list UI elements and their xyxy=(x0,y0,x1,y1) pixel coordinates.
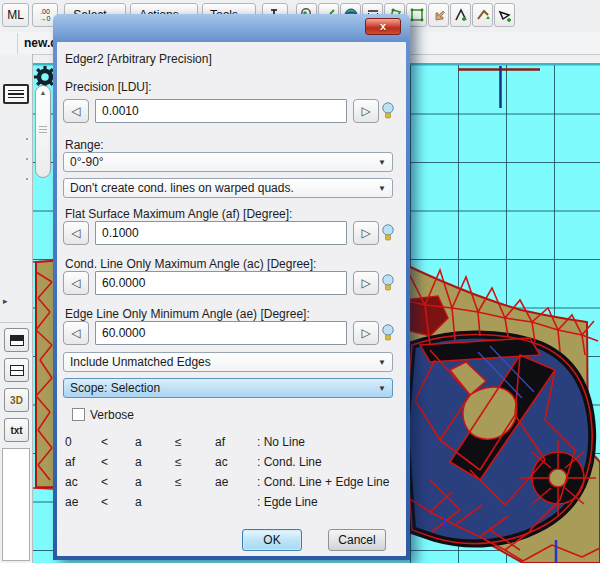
warped-combo-value: Don't create cond. lines on warped quads… xyxy=(70,181,294,195)
tabbar-separator xyxy=(17,33,18,54)
table-cell: ac xyxy=(65,475,78,489)
cancel-button[interactable]: Cancel xyxy=(328,529,386,551)
ae-label: Edge Line Only Minimum Angle (ae) [Degre… xyxy=(65,307,310,321)
table-cell: ≤ xyxy=(175,475,182,489)
chevron-down-icon: ▼ xyxy=(378,384,386,393)
table-cell: < xyxy=(101,455,108,469)
edger2-dialog: x Edger2 [Arbitrary Precision] Precision… xyxy=(53,14,410,560)
viewport-scrollbar[interactable]: ▲ xyxy=(35,85,51,178)
ac-increase-button[interactable]: ▷ xyxy=(353,271,379,295)
precision-increase-button[interactable]: ▷ xyxy=(353,99,379,123)
panel-lines-button[interactable] xyxy=(3,84,29,104)
table-cell: a xyxy=(135,475,142,489)
cage-select-icon xyxy=(409,7,425,23)
split-rows-icon xyxy=(10,365,24,376)
close-button[interactable]: x xyxy=(365,18,401,35)
table-cell: ac xyxy=(215,455,228,469)
ac-input[interactable] xyxy=(95,271,347,295)
chevron-down-icon: ▼ xyxy=(378,184,386,193)
table-cell: < xyxy=(101,495,108,509)
hint-bulb-icon xyxy=(381,323,395,343)
scroll-up-icon[interactable]: ▲ xyxy=(36,89,50,96)
range-combo-value: 0°-90° xyxy=(70,155,104,169)
ml-button[interactable]: ML xyxy=(2,3,29,27)
table-cell: : Egde Line xyxy=(257,495,318,509)
unmatched-combo-value: Include Unmatched Edges xyxy=(70,355,211,369)
af-label: Flat Surface Maximum Angle (af) [Degree]… xyxy=(65,207,292,221)
vector-add-icon xyxy=(497,7,513,23)
angle-tool-icon xyxy=(453,7,469,23)
tool-button-7[interactable] xyxy=(428,3,449,27)
unmatched-edges-combo[interactable]: Include Unmatched Edges ▼ xyxy=(63,352,393,372)
ae-decrease-button[interactable]: ◁ xyxy=(63,321,89,345)
table-cell: af xyxy=(65,455,75,469)
tool-button-8[interactable] xyxy=(450,3,471,27)
table-cell: a xyxy=(135,435,142,449)
tool-button-9[interactable] xyxy=(472,3,493,27)
scrollbar-grip xyxy=(39,126,47,133)
table-cell: < xyxy=(101,435,108,449)
view-3d-button[interactable]: 3D xyxy=(4,388,29,412)
precision-input[interactable] xyxy=(95,99,347,123)
hint-bulb-icon xyxy=(381,273,395,293)
af-input[interactable] xyxy=(95,221,347,245)
table-cell: ae xyxy=(215,475,228,489)
chevron-down-icon: ▼ xyxy=(378,158,386,167)
precision-decrease-button[interactable]: ◁ xyxy=(63,99,89,123)
hand-pick-icon xyxy=(431,7,447,23)
table-cell: ≤ xyxy=(175,435,182,449)
warped-quads-combo[interactable]: Don't create cond. lines on warped quads… xyxy=(63,178,393,198)
edger-tool-icon xyxy=(475,7,491,23)
ae-input[interactable] xyxy=(95,321,347,345)
table-cell: af xyxy=(215,435,225,449)
split-rows-button[interactable] xyxy=(4,358,29,382)
ae-increase-button[interactable]: ▷ xyxy=(353,321,379,345)
table-cell: : Cond. Line + Edge Line xyxy=(257,475,389,489)
hint-bulb-icon xyxy=(381,101,395,121)
table-cell: 0 xyxy=(65,435,72,449)
verbose-label: Verbose xyxy=(90,408,134,422)
precision-label: Precision [LDU]: xyxy=(65,80,152,94)
view-text-button[interactable]: txt xyxy=(4,418,29,442)
chevron-down-icon: ▼ xyxy=(378,358,386,367)
range-label: Range: xyxy=(65,138,104,152)
table-cell: a xyxy=(135,455,142,469)
table-cell: : Cond. Line xyxy=(257,455,322,469)
table-cell: < xyxy=(101,475,108,489)
scope-combo[interactable]: Scope: Selection ▼ xyxy=(63,378,393,398)
left-sidebar: ▸ 3D txt xyxy=(0,54,33,563)
panel-divider xyxy=(0,322,32,323)
split-horizontal-button[interactable] xyxy=(4,328,29,352)
range-combo[interactable]: 0°-90° ▼ xyxy=(63,152,393,172)
table-cell: ae xyxy=(65,495,78,509)
ok-button[interactable]: OK xyxy=(242,529,302,551)
verbose-checkbox[interactable] xyxy=(72,408,85,421)
tree-expand-icon[interactable]: ▸ xyxy=(3,296,8,306)
af-increase-button[interactable]: ▷ xyxy=(353,221,379,245)
tool-button-10[interactable] xyxy=(494,3,515,27)
table-cell: a xyxy=(135,495,142,509)
ac-label: Cond. Line Only Maximum Angle (ac) [Degr… xyxy=(65,257,316,271)
decimal-icon: .00→0 xyxy=(40,8,51,22)
app-window: ▲ ML .00→0 Select... Actions... Tools... xyxy=(0,0,600,563)
hint-bulb-icon xyxy=(381,223,395,243)
dialog-title: Edger2 [Arbitrary Precision] xyxy=(65,52,212,66)
table-cell: : No Line xyxy=(257,435,305,449)
empty-list-panel xyxy=(2,448,30,561)
scope-combo-value: Scope: Selection xyxy=(70,381,160,395)
split-horizontal-icon xyxy=(10,335,24,346)
table-cell: ≤ xyxy=(175,455,182,469)
af-decrease-button[interactable]: ◁ xyxy=(63,221,89,245)
ac-decrease-button[interactable]: ◁ xyxy=(63,271,89,295)
dialog-client: Edger2 [Arbitrary Precision] Precision [… xyxy=(57,42,406,556)
